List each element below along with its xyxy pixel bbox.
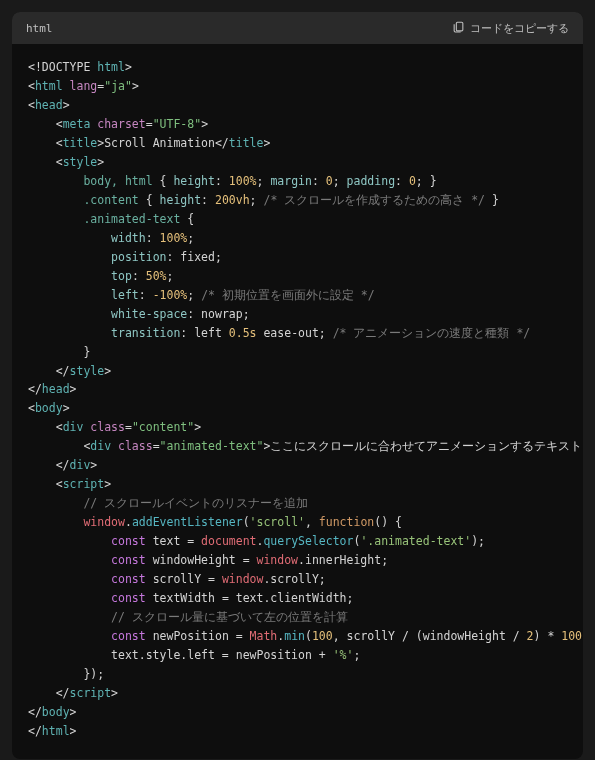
code-token: < (28, 155, 63, 169)
code-token: < (28, 420, 63, 434)
code-token: left (111, 288, 139, 302)
code-token: > (104, 364, 111, 378)
code-token: < (28, 136, 63, 150)
code-token: height (160, 193, 202, 207)
code-token: html (42, 724, 70, 738)
code-token (28, 326, 111, 340)
code-token: > (63, 98, 70, 112)
code-token: < (28, 477, 63, 491)
code-token: .innerHeight; (298, 553, 388, 567)
code-token (28, 269, 111, 283)
code-token: "UTF-8" (153, 117, 201, 131)
code-token: ; } (416, 174, 437, 188)
code-token: div (90, 439, 118, 453)
code-token: : (312, 174, 326, 188)
code-token: meta (63, 117, 98, 131)
code-token: height (173, 174, 215, 188)
code-token: > (90, 458, 97, 472)
code-token: title (63, 136, 98, 150)
code-token: class (90, 420, 125, 434)
code-token: ; (167, 269, 174, 283)
code-token: ; (333, 174, 347, 188)
code-token: { (153, 174, 174, 188)
code-token: }); (28, 667, 104, 681)
code-token: body (35, 401, 63, 415)
code-token: : (132, 269, 146, 283)
code-token: "animated-text" (160, 439, 264, 453)
code-token (28, 534, 111, 548)
code-token (28, 610, 111, 624)
code-token: ; (353, 648, 360, 662)
code-token: > (201, 117, 208, 131)
code-token: { (139, 193, 160, 207)
code-token: textWidth = text.clientWidth; (146, 591, 354, 605)
code-token: /* アニメーションの速度と種類 */ (333, 326, 531, 340)
code-token: 100% (160, 231, 188, 245)
code-token: > (132, 79, 139, 93)
code-token (28, 193, 83, 207)
code-token: // スクロールイベントのリスナーを追加 (83, 496, 308, 510)
code-token: : fixed; (166, 250, 221, 264)
code-token: .scrollY; (263, 572, 325, 586)
code-token (28, 174, 83, 188)
code-token: 100% (229, 174, 257, 188)
code-token: head (42, 382, 70, 396)
code-token: transition (111, 326, 180, 340)
code-token: window (83, 515, 125, 529)
code-token: position (111, 250, 166, 264)
code-token: ( (305, 629, 312, 643)
code-token: padding (347, 174, 395, 188)
code-token: >ここにスクロールに合わせてアニメーションするテキストを配置</ (263, 439, 583, 453)
code-content[interactable]: <!DOCTYPE html> <html lang="ja"> <head> … (12, 44, 583, 759)
code-token: const (111, 629, 146, 643)
code-block-header: html コードをコピーする (12, 12, 583, 44)
code-token: > (111, 686, 118, 700)
code-token: ; (187, 231, 194, 245)
code-token: window (257, 553, 299, 567)
code-token: const (111, 553, 146, 567)
code-token: } (28, 345, 90, 359)
code-token: > (104, 477, 111, 491)
code-token: div (70, 458, 91, 472)
code-token: ease-out; (257, 326, 333, 340)
code-token: width (111, 231, 146, 245)
code-token: ) * (534, 629, 562, 643)
code-token: top (111, 269, 132, 283)
code-token: scrollY = (146, 572, 222, 586)
code-token: ; (250, 193, 264, 207)
code-token: Math (250, 629, 278, 643)
code-token: document (201, 534, 256, 548)
code-token: ; (187, 288, 201, 302)
code-token: . (125, 515, 132, 529)
code-token: : nowrap; (187, 307, 249, 321)
svg-rect-0 (456, 22, 463, 31)
code-token: html (35, 79, 70, 93)
code-token (28, 553, 111, 567)
code-token: ) - (582, 629, 583, 643)
code-token: > (63, 401, 70, 415)
code-token: div (63, 420, 91, 434)
code-token (28, 591, 111, 605)
code-token: : left (180, 326, 228, 340)
code-token: : (139, 288, 153, 302)
code-token: window (222, 572, 264, 586)
code-token: : (201, 193, 215, 207)
code-token: body (42, 705, 70, 719)
code-token: head (35, 98, 63, 112)
code-token: = (146, 117, 153, 131)
code-token: : (395, 174, 409, 188)
code-token: 200vh (215, 193, 250, 207)
code-token (28, 629, 111, 643)
language-label: html (26, 22, 53, 35)
code-token: > (97, 155, 104, 169)
copy-button-label: コードをコピーする (470, 21, 569, 36)
code-token: lang (70, 79, 98, 93)
code-token: () { (374, 515, 402, 529)
code-token: class (118, 439, 153, 453)
code-token: > (263, 136, 270, 150)
copy-button[interactable]: コードをコピーする (452, 20, 569, 36)
code-token: >Scroll Animation</ (97, 136, 229, 150)
code-token: title (229, 136, 264, 150)
code-token: > (70, 705, 77, 719)
code-token: '.animated-text' (360, 534, 471, 548)
